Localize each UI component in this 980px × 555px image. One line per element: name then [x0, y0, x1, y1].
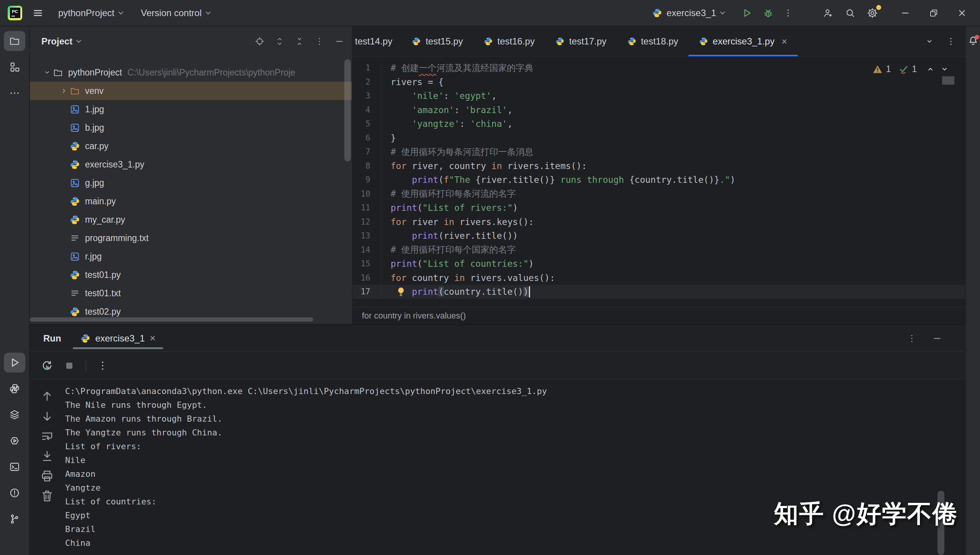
tree-item-test01.py[interactable]: test01.py [30, 266, 352, 284]
run-tab[interactable]: exercise3_1 × [73, 325, 164, 351]
problems-icon [9, 487, 20, 499]
editor-tab-test15.py[interactable]: test15.py [401, 26, 473, 56]
tab-bar-chevron-down-icon[interactable] [924, 36, 934, 46]
tree-vertical-scrollbar[interactable] [344, 59, 351, 161]
close-icon[interactable]: × [150, 332, 155, 344]
editor-tab-exercise3_1.py[interactable]: exercise3_1.py× [689, 26, 798, 56]
code-line-17[interactable]: 17 print(country.title()) [353, 285, 965, 299]
tool-stripe-more-tool-windows-button[interactable] [4, 83, 25, 103]
tree-item-r.jpg[interactable]: r.jpg [30, 247, 352, 266]
chevron-down-icon[interactable] [41, 67, 53, 77]
project-panel-title[interactable]: Project [41, 36, 72, 47]
editor-tab-test16.py[interactable]: test16.py [473, 26, 545, 56]
text-file-icon [70, 288, 80, 299]
editor-tab-test18.py[interactable]: test18.py [617, 26, 689, 56]
console-arrow-up-button[interactable] [40, 389, 54, 403]
hide-panel-icon[interactable] [932, 333, 942, 343]
tree-item-1.jpg[interactable]: 1.jpg [30, 100, 352, 118]
tool-stripe-python-console-button[interactable] [4, 379, 25, 399]
code-line-6[interactable]: 6} [353, 131, 965, 145]
code-line-3[interactable]: 3 'nile': 'egypt', [353, 89, 965, 103]
console-print-button[interactable] [40, 469, 54, 483]
close-icon[interactable]: × [781, 36, 787, 46]
code-line-16[interactable]: 16for country in rivers.values(): [353, 271, 965, 285]
tab-label: test18.py [641, 36, 678, 47]
tool-stripe-version-control-button[interactable] [4, 509, 25, 529]
panel-target-icon[interactable] [255, 36, 265, 46]
tree-item-programming.txt[interactable]: programming.txt [30, 229, 352, 247]
tree-item-my_car.py[interactable]: my_car.py [30, 210, 352, 229]
tree-item-test01.txt[interactable]: test01.txt [30, 284, 352, 302]
tree-item-exercise3_1.py[interactable]: exercise3_1.py [30, 155, 352, 174]
tree-item-main.py[interactable]: main.py [30, 192, 352, 210]
vcs-menu-label: Version control [141, 8, 202, 18]
search-everywhere-button[interactable] [843, 6, 857, 20]
panel-expand-all-icon[interactable] [275, 36, 285, 46]
run-rerun-button[interactable] [41, 360, 53, 371]
tree-item-label: b.jpg [85, 123, 104, 133]
debug-button[interactable] [761, 6, 775, 20]
tree-item-pythonProject[interactable]: pythonProjectC:\Users\jinli\PycharmProje… [30, 63, 352, 82]
tool-stripe-project-button[interactable] [4, 31, 25, 51]
tool-stripe-problems-button[interactable] [4, 483, 25, 503]
run-stop-button[interactable] [64, 360, 75, 371]
code-line-7[interactable]: 7# 使用循环为每条河流打印一条消息 [353, 145, 965, 159]
tree-item-venv[interactable]: venv [30, 82, 352, 100]
editor-tab-test14.py[interactable]: test14.py [353, 26, 401, 56]
code-with-me-button[interactable] [821, 6, 835, 20]
tool-stripe-structure-button[interactable] [4, 57, 25, 77]
tree-item-b.jpg[interactable]: b.jpg [30, 118, 352, 137]
tool-stripe-terminal-button[interactable] [4, 457, 25, 477]
tool-stripe-run-anything-button[interactable] [4, 431, 25, 451]
breadcrumbs-bar[interactable]: for country in rivers.values() [353, 307, 965, 324]
code-editor[interactable]: 1 1 1# 创建一个河流及其流经国家的字典2rivers = {3 'nile… [353, 56, 965, 307]
python-console-icon [9, 383, 20, 394]
more-actions-button[interactable] [781, 6, 795, 20]
main-menu-button[interactable] [31, 6, 45, 20]
run-button[interactable] [739, 6, 754, 20]
console-soft-wrap-button[interactable] [40, 429, 54, 443]
console-scroll-end-button[interactable] [40, 449, 54, 463]
run-more-v-button[interactable] [97, 360, 108, 371]
code-line-15[interactable]: 15print("List of countries:") [353, 257, 965, 271]
code-line-2[interactable]: 2rivers = { [353, 75, 965, 89]
minimize-window-button[interactable] [898, 6, 913, 20]
intention-bulb-icon[interactable] [396, 286, 406, 297]
editor-tab-test17.py[interactable]: test17.py [545, 26, 617, 56]
notifications-button[interactable] [967, 35, 979, 48]
more-vertical-icon[interactable] [907, 333, 917, 343]
code-line-9[interactable]: 9 print(f"The {river.title()} runs throu… [353, 173, 965, 187]
code-line-4[interactable]: 4 'amazon': 'brazil', [353, 103, 965, 117]
tree-item-g.jpg[interactable]: g.jpg [30, 174, 352, 192]
close-window-button[interactable] [955, 6, 969, 20]
run-configuration-select[interactable]: exercise3_1 [652, 8, 724, 18]
code-line-11[interactable]: 11print("List of rivers:") [353, 201, 965, 215]
tool-stripe-services-button[interactable] [4, 405, 25, 425]
code-line-10[interactable]: 10# 使用循环打印每条河流的名字 [353, 187, 965, 201]
settings-button[interactable] [865, 6, 880, 20]
code-text: print("List of countries:") [381, 257, 534, 271]
code-line-13[interactable]: 13 print(river.title()) [353, 229, 965, 243]
line-number: 13 [353, 231, 381, 240]
code-line-1[interactable]: 1# 创建一个河流及其流经国家的字典 [353, 61, 965, 75]
code-line-8[interactable]: 8for river, country in rivers.items(): [353, 159, 965, 173]
code-line-5[interactable]: 5 'yangtze': 'china', [353, 117, 965, 131]
chevron-right-icon[interactable] [58, 86, 70, 96]
console-trash-button[interactable] [40, 489, 54, 503]
branch-icon [9, 513, 20, 525]
tool-stripe-run-button[interactable] [4, 353, 25, 373]
version-control-menu[interactable]: Version control [141, 8, 210, 18]
tree-item-car.py[interactable]: car.py [30, 137, 352, 155]
code-line-14[interactable]: 14# 使用循环打印每个国家的名字 [353, 243, 965, 257]
panel-more-v-icon[interactable] [314, 36, 324, 46]
panel-minimize-icon[interactable] [334, 36, 344, 46]
restore-window-button[interactable] [926, 6, 941, 20]
tree-horizontal-scrollbar[interactable] [30, 317, 313, 322]
panel-collapse-all-icon[interactable] [294, 36, 304, 46]
breadcrumb-item[interactable]: for country in rivers.values() [362, 311, 466, 321]
code-line-12[interactable]: 12for river in rivers.keys(): [353, 215, 965, 229]
tab-label: test14.py [355, 36, 392, 47]
tab-bar-more-v-icon[interactable] [946, 36, 956, 46]
project-menu[interactable]: pythonProject [58, 8, 123, 18]
console-arrow-down-button[interactable] [40, 409, 54, 423]
